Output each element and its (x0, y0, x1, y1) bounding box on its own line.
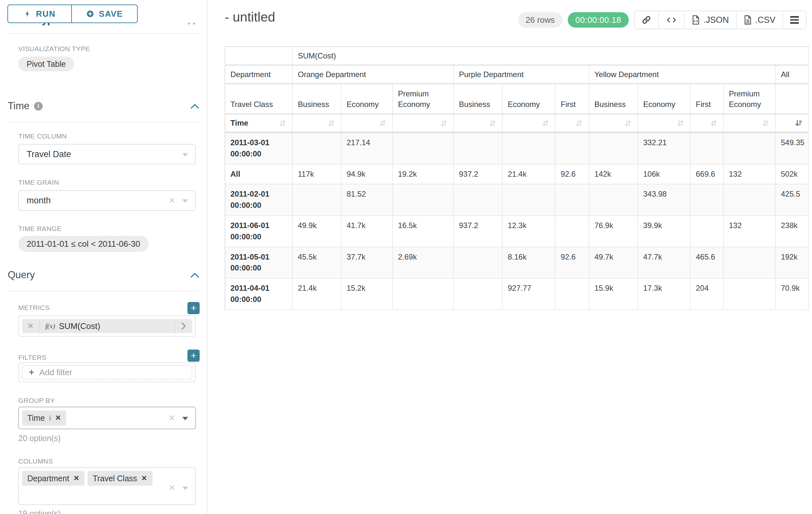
column-sort-header[interactable] (776, 114, 809, 133)
add-filter-button[interactable]: + Add filter (22, 365, 192, 379)
group-by-label: GROUP BY (18, 397, 55, 404)
time-column-value: Travel Date (27, 150, 71, 159)
pivot-cell: 343.98 (638, 184, 691, 216)
row-time-label: 2011-05-01 00:00:00 (225, 247, 293, 279)
department-row-label: Department (225, 65, 293, 84)
pivot-cell (293, 133, 342, 164)
clear-icon[interactable]: ✕ (168, 196, 175, 206)
group-by-select[interactable]: Time i ✕ ✕ (18, 407, 196, 429)
metrics-field: ✕ f(x) SUM(Cost) (18, 316, 196, 337)
pivot-cell (393, 133, 454, 164)
time-sort-header[interactable]: Time (225, 114, 293, 133)
pivot-row: 2011-06-01 00:00:0049.9k41.7k16.5k937.21… (225, 216, 809, 247)
column-sort-header[interactable] (454, 114, 502, 133)
chevron-up-icon[interactable] (190, 100, 199, 112)
visualization-type-pill[interactable]: Pivot Table (18, 57, 74, 71)
columns-tag-label: Travel Class (93, 474, 137, 483)
section-divider (8, 33, 199, 34)
pivot-cell: 92.6 (556, 164, 589, 185)
travel-class-header: First (691, 84, 724, 114)
chart-title[interactable]: - untitled (225, 10, 275, 25)
remove-metric-icon[interactable]: ✕ (22, 319, 39, 333)
pivot-cell: 937.2 (454, 216, 502, 247)
pivot-cell: 937.2 (454, 164, 502, 185)
clear-icon[interactable]: ✕ (168, 483, 175, 493)
column-sort-header[interactable] (342, 114, 393, 133)
save-button-label: SAVE (99, 9, 123, 19)
column-sort-header[interactable] (638, 114, 691, 133)
pivot-cell (691, 216, 724, 247)
travel-class-header: First (556, 84, 589, 114)
sort-toggle-icon (624, 119, 632, 128)
add-metric-button[interactable]: + (187, 302, 200, 314)
metric-pill[interactable]: ✕ f(x) SUM(Cost) (22, 319, 192, 333)
link-icon (642, 15, 651, 25)
time-range-pill[interactable]: 2011-01-01 ≤ col < 2011-06-30 (18, 236, 149, 252)
time-column-select[interactable]: Travel Date (18, 144, 196, 164)
query-timer-badge: 00:00:00.18 (568, 12, 629, 28)
pivot-cell (502, 133, 556, 164)
column-sort-header[interactable] (293, 114, 342, 133)
pivot-cell (691, 133, 724, 164)
query-section-title: Query (8, 269, 35, 281)
caret-down-icon[interactable] (182, 199, 188, 203)
run-save-toolbar: RUN SAVE (0, 0, 206, 23)
sort-descending-icon (794, 119, 803, 128)
clear-icon[interactable]: ✕ (168, 413, 175, 423)
pivot-cell (691, 184, 724, 216)
department-header: All (776, 65, 809, 84)
travel-class-header: Business (589, 84, 638, 114)
group-by-tag-label: Time (27, 413, 45, 423)
add-filter-plus-button[interactable]: + (187, 350, 200, 362)
pivot-cell: 927.77 (502, 278, 556, 310)
time-column-label: TIME COLUMN (18, 132, 67, 140)
pivot-cell: 132 (724, 216, 776, 247)
sort-toggle-icon (327, 119, 336, 128)
travel-class-header: Premium Economy (393, 84, 454, 114)
pivot-row: All117k94.9k19.2k937.221.4k92.6142k106k6… (225, 164, 809, 185)
run-button[interactable]: RUN (7, 4, 71, 23)
column-sort-header[interactable] (556, 114, 589, 133)
column-sort-header[interactable] (724, 114, 776, 133)
pivot-cell (502, 184, 556, 216)
add-filter-label: Add filter (39, 368, 72, 377)
sort-toggle-icon (761, 119, 770, 128)
export-json-button[interactable]: .JSON (685, 11, 736, 29)
export-csv-label: .CSV (755, 15, 775, 25)
view-query-button[interactable] (659, 11, 685, 29)
column-sort-header[interactable] (502, 114, 556, 133)
remove-tag-icon[interactable]: ✕ (55, 414, 61, 422)
pivot-cell: 47.7k (638, 247, 691, 279)
caret-down-icon[interactable] (182, 153, 188, 157)
pivot-cell (556, 184, 589, 216)
columns-select[interactable]: Department ✕ Travel Class ✕ ✕ (18, 467, 196, 505)
pivot-cell: 2.69k (393, 247, 454, 279)
pivot-cell: 15.2k (342, 278, 393, 310)
sort-toggle-icon (575, 119, 583, 128)
pivot-cell (589, 184, 638, 216)
caret-down-icon[interactable] (182, 486, 188, 490)
travel-class-header (776, 84, 809, 114)
pivot-cell: 332.21 (638, 133, 691, 164)
column-sort-header[interactable] (589, 114, 638, 133)
time-grain-select[interactable]: month ✕ (18, 190, 196, 211)
group-by-options-hint: 20 option(s) (18, 434, 61, 443)
column-sort-header[interactable] (691, 114, 724, 133)
chevron-right-icon[interactable] (175, 319, 192, 333)
save-button[interactable]: SAVE (71, 4, 138, 23)
menu-button[interactable] (783, 11, 806, 29)
remove-tag-icon[interactable]: ✕ (74, 474, 79, 483)
columns-label: COLUMNS (18, 457, 53, 465)
caret-down-icon[interactable] (182, 417, 188, 420)
remove-tag-icon[interactable]: ✕ (141, 474, 147, 483)
column-sort-header[interactable] (393, 114, 454, 133)
metric-pill-body: f(x) SUM(Cost) (39, 321, 175, 331)
sort-toggle-icon (541, 119, 550, 128)
department-header: Orange Department (293, 65, 454, 84)
chevron-up-icon[interactable] (190, 269, 199, 281)
columns-tag-label: Department (27, 474, 69, 483)
json-file-icon (692, 15, 700, 25)
chart-type-collapse-icon[interactable] (188, 23, 195, 24)
export-csv-button[interactable]: .CSV (736, 11, 783, 29)
share-link-button[interactable] (635, 11, 659, 29)
